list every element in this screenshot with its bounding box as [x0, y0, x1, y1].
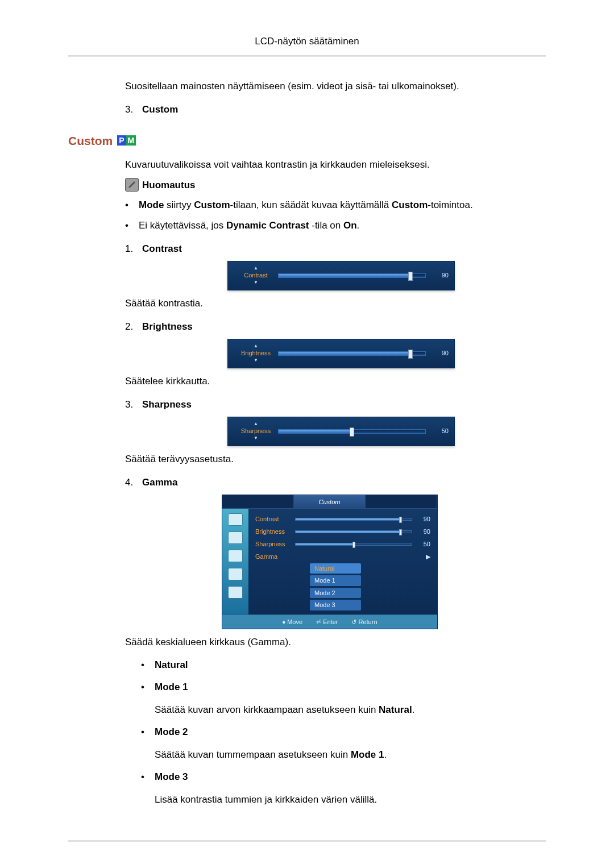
m-icon: M [126, 135, 136, 146]
custom-intro: Kuvaruutuvalikoissa voit vaihtaa kontras… [125, 157, 546, 172]
page-title: LCD-näytön säätäminen [255, 36, 359, 47]
osd-misc-icon[interactable] [228, 586, 243, 599]
gamma-natural: •Natural [141, 658, 546, 672]
sharpness-slider-label: ▲ Sharpness ▼ [234, 422, 278, 441]
mini-slider[interactable] [295, 543, 412, 546]
triangle-down-icon: ▼ [234, 436, 278, 441]
sharpness-desc: Säätää terävyysasetusta. [125, 452, 546, 467]
contrast-value: 90 [433, 271, 449, 280]
item-contrast: 1. Contrast [125, 242, 546, 256]
osd-screen-icon[interactable] [228, 531, 243, 544]
gamma-mode3: •Mode 3 [141, 770, 546, 784]
contrast-slider-label: ▲ Contrast ▼ [234, 266, 278, 285]
sharpness-slider[interactable] [278, 429, 426, 434]
intro-text: Suositellaan mainosten näyttämiseen (esi… [125, 79, 546, 94]
p-icon: P [117, 135, 126, 146]
slider-thumb[interactable] [408, 272, 413, 281]
sharpness-slider-panel: ▲ Sharpness ▼ 50 [227, 417, 455, 446]
section-heading-custom: Custom PM [68, 132, 546, 150]
heading-text: Custom [68, 132, 113, 150]
gamma-mode1-desc: Säätää kuvan arvon kirkkaampaan asetukse… [155, 703, 546, 717]
osd-clock-icon[interactable] [228, 550, 243, 562]
osd-return-hint: ↺ Return [351, 617, 377, 627]
triangle-up-icon: ▲ [234, 266, 278, 271]
slider-thumb[interactable] [408, 350, 413, 359]
brightness-value: 90 [433, 348, 449, 358]
osd-tabs: Custom [222, 495, 437, 509]
osd-tab-custom[interactable]: Custom [294, 495, 366, 508]
osd-footer: ♦ Move ⏎ Enter ↺ Return [222, 614, 437, 629]
gamma-option-mode1[interactable]: Mode 1 [310, 575, 361, 586]
list-item-custom: 3. Custom [125, 102, 546, 117]
contrast-slider[interactable] [278, 273, 426, 278]
osd-main: Contrast 90 Brightness 90 Sharpness 50 G… [248, 509, 437, 614]
gamma-mode1: •Mode 1 [141, 680, 546, 695]
note-bullet-1: • Mode siirtyy Custom-tilaan, kun säädät… [125, 198, 546, 213]
triangle-down-icon: ▼ [234, 358, 278, 363]
note-icon [125, 178, 139, 192]
contrast-desc: Säätää kontrastia. [125, 296, 546, 311]
page-header: LCD-näytön säätäminen [68, 34, 546, 56]
note-label: Huomautus [142, 178, 196, 193]
osd-row-brightness[interactable]: Brightness 90 [255, 527, 430, 537]
brightness-slider-label: ▲ Brightness ▼ [234, 344, 278, 363]
slider-thumb[interactable] [350, 427, 354, 437]
osd-tab[interactable] [366, 495, 437, 508]
gamma-mode3-desc: Lisää kontrastia tummien ja kirkkaiden v… [155, 792, 546, 807]
triangle-up-icon: ▲ [234, 344, 278, 348]
note-row: Huomautus [125, 178, 546, 193]
gamma-mode2: •Mode 2 [141, 725, 546, 740]
gamma-mode-list: •Natural •Mode 1 Säätää kuvan arvon kirk… [141, 658, 546, 807]
triangle-up-icon: ▲ [234, 422, 278, 426]
osd-row-contrast[interactable]: Contrast 90 [255, 514, 430, 525]
osd-tab[interactable] [222, 495, 294, 508]
triangle-down-icon: ▼ [234, 280, 278, 285]
footer-divider [68, 841, 546, 841]
pm-badge: PM [117, 135, 136, 146]
brightness-slider[interactable] [278, 351, 426, 356]
mini-slider[interactable] [295, 530, 412, 533]
gamma-options: Natural Mode 1 Mode 2 Mode 3 [310, 563, 430, 610]
osd-picture-icon[interactable] [228, 513, 243, 526]
item-brightness: 2. Brightness [125, 319, 546, 334]
osd-settings-icon[interactable] [228, 568, 243, 580]
item-gamma: 4. Gamma [125, 475, 546, 490]
osd-icon-column [222, 509, 248, 614]
sharpness-value: 50 [433, 426, 449, 436]
osd-move-hint: ♦ Move [282, 617, 302, 627]
item-sharpness: 3. Sharpness [125, 397, 546, 412]
osd-row-sharpness[interactable]: Sharpness 50 [255, 539, 430, 550]
gamma-option-mode3[interactable]: Mode 3 [310, 600, 361, 610]
note-bullet-2: • Ei käytettävissä, jos Dynamic Contrast… [125, 218, 546, 233]
contrast-slider-panel: ▲ Contrast ▼ 90 [227, 261, 455, 290]
osd-row-gamma[interactable]: Gamma ▶ [255, 552, 430, 562]
gamma-option-mode2[interactable]: Mode 2 [310, 588, 361, 599]
brightness-slider-panel: ▲ Brightness ▼ 90 [227, 339, 455, 368]
gamma-option-natural[interactable]: Natural [310, 563, 361, 574]
gamma-desc: Säädä keskialueen kirkkaus (Gamma). [125, 635, 546, 650]
brightness-desc: Säätelee kirkkautta. [125, 374, 546, 389]
mini-slider[interactable] [295, 518, 412, 521]
list-label: Custom [142, 102, 178, 117]
osd-enter-hint: ⏎ Enter [316, 617, 338, 627]
gamma-mode2-desc: Säätää kuvan tummempaan asetukseen kuin … [155, 747, 546, 762]
list-number: 3. [125, 102, 142, 117]
gamma-osd-panel: Custom Contrast 90 Brightness [222, 495, 438, 630]
